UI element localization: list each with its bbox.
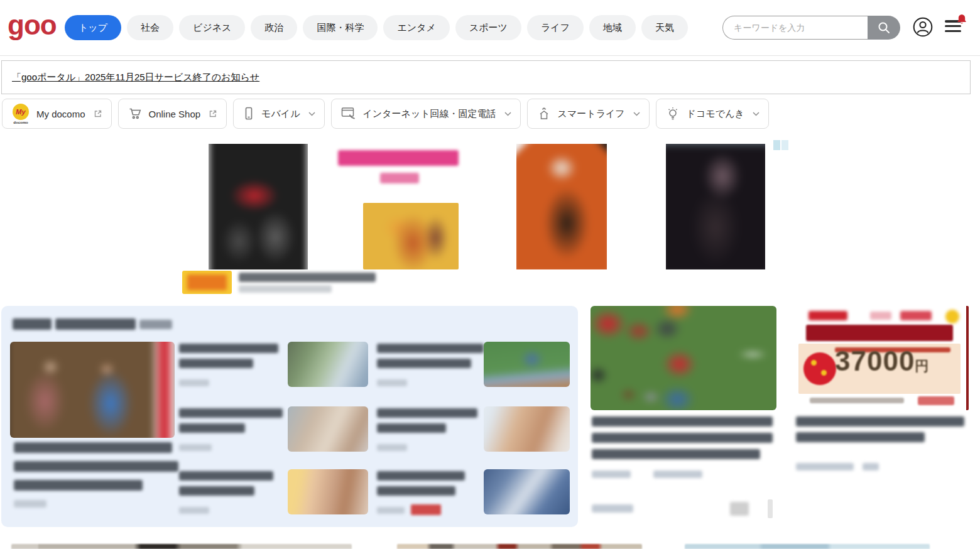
news-thumbnail[interactable] — [288, 406, 368, 452]
my-docomo-label: My docomo — [36, 109, 85, 119]
docomo-service-buttons: My docomo My docomo Online Shop — [2, 99, 769, 129]
online-shop-label: Online Shop — [149, 109, 201, 119]
ad-sponsor-logo — [182, 271, 232, 294]
tab-weather[interactable]: 天気 — [641, 15, 688, 40]
news-headline — [179, 344, 278, 353]
smart-life-label: スマートライフ — [558, 108, 625, 120]
my-docomo-button[interactable]: My docomo My docomo — [2, 99, 112, 129]
partial-card-strip — [397, 544, 642, 549]
news-thumbnail[interactable] — [288, 342, 368, 387]
featured-timestamp — [14, 500, 46, 508]
news-timestamp — [179, 444, 212, 451]
search-input[interactable] — [722, 16, 868, 40]
header: goo トップ 社会 ビジネス 政治 国際・科学 エンタメ スポーツ ライフ 地… — [0, 0, 980, 56]
smart-home-icon — [536, 106, 552, 121]
promo-price: 37000円 — [835, 347, 929, 375]
tab-entertainment[interactable]: エンタメ — [383, 15, 449, 40]
promo-headline — [796, 416, 964, 427]
article-source — [592, 470, 631, 478]
internet-line-label: インターネット回線・固定電話 — [363, 108, 496, 120]
partial-card-strip — [11, 544, 352, 549]
news-thumbnail[interactable] — [288, 469, 368, 514]
news-timestamp — [179, 379, 209, 386]
internet-phone-icon — [340, 106, 357, 121]
tab-business[interactable]: ビジネス — [179, 15, 245, 40]
goo-portal-page: goo トップ 社会 ビジネス 政治 国際・科学 エンタメ スポーツ ライフ 地… — [0, 0, 980, 549]
tab-international-science[interactable]: 国際・科学 — [303, 15, 378, 40]
featured-news-item[interactable] — [1, 306, 177, 513]
service-end-notice-link[interactable]: 「gooポータル」2025年11月25日サービス終了のお知らせ — [12, 72, 259, 84]
news-headline — [179, 471, 273, 481]
featured-headline — [14, 442, 172, 453]
promo-pr-label — [863, 463, 879, 470]
mobile-menu-button[interactable]: モバイル — [233, 99, 324, 129]
goo-logo[interactable]: goo — [8, 11, 57, 39]
news-timestamp — [377, 507, 405, 514]
news-thumbnail[interactable] — [484, 406, 570, 452]
account-button[interactable] — [912, 16, 934, 38]
promo-ad-image[interactable]: 37000円 — [795, 306, 969, 410]
account-icon — [912, 16, 934, 38]
partial-card-strip — [685, 544, 930, 549]
menu-button[interactable] — [945, 19, 964, 36]
docomo-denki-button[interactable]: ドコモでんき — [656, 99, 769, 129]
lightbulb-icon — [665, 106, 680, 121]
adchoices-icon[interactable] — [773, 140, 788, 150]
news-timestamp — [377, 379, 407, 386]
mobile-phone-icon — [242, 106, 255, 121]
service-end-notice: 「gooポータル」2025年11月25日サービス終了のお知らせ — [1, 60, 971, 94]
article-headline — [592, 416, 773, 427]
cart-icon — [128, 107, 143, 121]
news-timestamp — [377, 444, 407, 451]
featured-news-image[interactable] — [10, 342, 175, 438]
chevron-down-icon — [633, 112, 640, 116]
chevron-down-icon — [504, 112, 511, 116]
tab-politics[interactable]: 政治 — [251, 15, 297, 40]
article-footer-text — [592, 504, 633, 513]
external-link-icon — [209, 109, 217, 118]
news-thumbnail[interactable] — [484, 342, 570, 387]
chevron-down-icon — [753, 112, 760, 116]
search-bar — [722, 16, 900, 40]
article-card-image[interactable] — [591, 306, 776, 410]
promo-ad-card[interactable]: 37000円 — [795, 306, 969, 527]
online-shop-button[interactable]: Online Shop — [118, 99, 227, 129]
news-panel — [1, 306, 578, 527]
news-thumbnail[interactable] — [484, 469, 570, 514]
docomo-denki-label: ドコモでんき — [687, 108, 744, 120]
article-card[interactable] — [591, 306, 776, 527]
tab-top[interactable]: トップ — [65, 15, 121, 40]
ad-sponsor-text — [239, 273, 376, 282]
news-badge — [411, 504, 441, 515]
news-headline — [179, 408, 283, 418]
promo-source — [796, 463, 854, 470]
chevron-down-icon — [308, 112, 315, 116]
news-timestamp — [179, 507, 209, 514]
ad-poster-3[interactable] — [516, 144, 607, 269]
news-headline — [377, 344, 484, 353]
my-docomo-logo-icon: My docomo — [11, 103, 30, 124]
tab-sports[interactable]: スポーツ — [455, 15, 521, 40]
category-tabs: トップ 社会 ビジネス 政治 国際・科学 エンタメ スポーツ ライフ 地域 天気 — [65, 15, 688, 40]
tab-life[interactable]: ライフ — [527, 15, 584, 40]
tab-society[interactable]: 社会 — [127, 15, 173, 40]
notification-bell-icon — [956, 14, 967, 27]
ad-poster-1[interactable] — [209, 144, 308, 269]
news-headline — [377, 471, 465, 481]
ad-poster-4[interactable] — [666, 144, 765, 269]
external-link-icon — [94, 109, 102, 118]
mobile-label: モバイル — [261, 108, 300, 120]
ad-banner[interactable] — [182, 139, 792, 295]
ad-poster-2[interactable] — [320, 144, 477, 269]
smart-life-button[interactable]: スマートライフ — [527, 99, 650, 129]
news-headline — [377, 408, 477, 418]
ad-sponsor-subtext — [239, 285, 332, 293]
search-icon — [877, 21, 891, 35]
internet-line-button[interactable]: インターネット回線・固定電話 — [331, 99, 521, 129]
more-icon[interactable] — [768, 499, 773, 518]
article-timestamp — [653, 470, 702, 478]
search-button[interactable] — [868, 16, 900, 40]
tab-region[interactable]: 地域 — [589, 15, 636, 40]
share-icon[interactable] — [730, 502, 749, 516]
